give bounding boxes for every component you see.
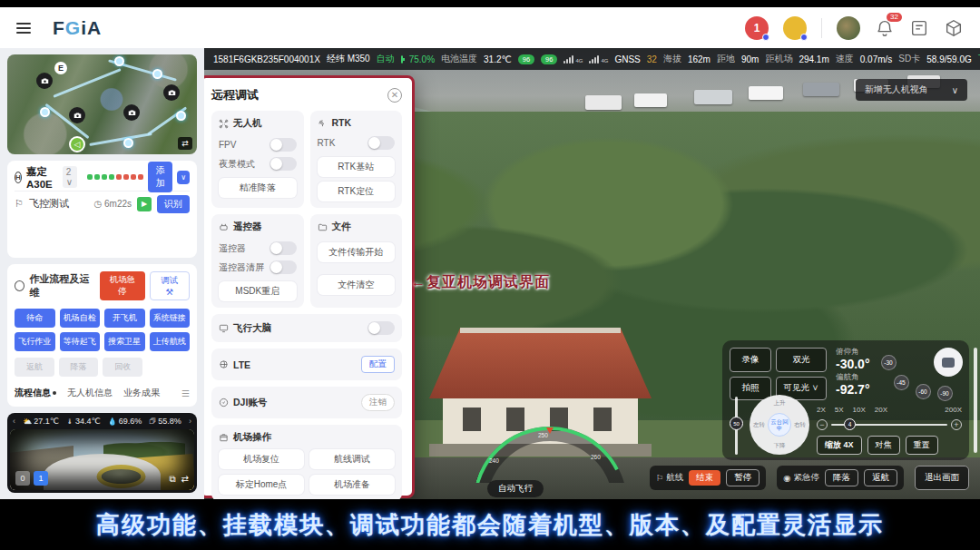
drone-video-feed[interactable]: 1581F6GKB235F004001X 经纬 M350 自动 75.0% 电池… (204, 48, 980, 499)
waypoint-dot[interactable] (123, 138, 133, 148)
swap-view-icon[interactable]: ⇄ (181, 474, 189, 485)
filter-icon[interactable]: ☰ (181, 388, 190, 398)
zoom-knob[interactable]: 4 (844, 418, 856, 430)
zoom-level-button[interactable]: 缩放 4X (817, 436, 862, 455)
alert-avatar[interactable]: 1 (745, 16, 769, 40)
rc-clear-screen-toggle[interactable] (270, 260, 297, 274)
throttle-slider[interactable]: 50 (730, 397, 742, 455)
preset-minus30[interactable]: -30 (881, 355, 897, 370)
msdk-restart-button[interactable]: MSDK重启 (219, 281, 297, 301)
flight-brain-toggle[interactable] (368, 321, 395, 335)
fpv-toggle[interactable] (270, 138, 297, 152)
bell-icon[interactable]: 32 (875, 18, 895, 38)
next-arrow-icon[interactable]: › (189, 417, 191, 426)
ascend-button[interactable]: 上升 (774, 399, 786, 408)
workflow-step-inactive: 返航 (15, 358, 54, 377)
add-dropdown-button[interactable]: ∨ (177, 171, 190, 184)
record-button[interactable]: 录像 (730, 348, 771, 372)
drone-section: 无人机 FPV 夜景模式 精准降落 (211, 111, 304, 208)
auto-flight-badge[interactable]: 自动飞行 (487, 480, 544, 497)
identify-button[interactable]: 识别 (157, 195, 190, 213)
dock-reset-button[interactable]: 机场复位 (219, 449, 304, 469)
preset-minus45[interactable]: -45 (894, 375, 909, 390)
dual-light-button[interactable]: 双光 (776, 348, 827, 372)
dock-building-icon (219, 433, 229, 443)
file-clear-button[interactable]: 文件清空 (318, 275, 396, 295)
document-icon[interactable] (909, 18, 929, 38)
file-transfer-start-button[interactable]: 文件传输开始 (318, 242, 396, 262)
add-button[interactable]: 添加 (148, 162, 172, 192)
dock-estop-button[interactable]: 机场急停 (100, 271, 145, 300)
zoom-slider[interactable]: 4 (831, 424, 947, 427)
gnss-count: 32 (647, 54, 657, 64)
flight-action-bar: ⚐航线 结束 暂停 ◉紧急停 降落 返航 退出画面 (650, 466, 969, 490)
lte-config-button[interactable]: 配置 (361, 356, 395, 373)
add-drone-view-dropdown[interactable]: 新增无人机视角∨ (856, 79, 967, 101)
waypoint-dot[interactable] (40, 107, 50, 117)
waypoint-dot[interactable] (176, 111, 186, 121)
tab-process-info[interactable]: 流程信息 (15, 387, 56, 399)
play-button[interactable]: ▶ (137, 197, 152, 211)
edge-scrollbar[interactable] (974, 348, 977, 453)
dji-account-section: DJI账号 注销 (211, 387, 402, 418)
rtk-toggle[interactable] (368, 136, 395, 150)
dock-signal-icon: 4G (589, 55, 608, 64)
zoom-out-button[interactable]: − (817, 419, 828, 430)
prev-arrow-icon[interactable]: ‹ (13, 417, 15, 426)
logout-button[interactable]: 注销 (361, 394, 395, 411)
night-mode-toggle[interactable] (270, 157, 297, 171)
compass-green-arc (473, 427, 627, 483)
start-point-marker[interactable]: ◁ (69, 136, 85, 152)
debug-button[interactable]: 调试 ⚒ (150, 271, 190, 300)
waypoint-dot[interactable] (152, 69, 162, 79)
camera-0-button[interactable]: 0 (15, 471, 30, 486)
rtk-base-button[interactable]: RTK基站 (318, 157, 396, 177)
waypoint-camera[interactable] (123, 104, 140, 121)
workflow-step-inactive: 回收 (103, 358, 142, 377)
reset-button[interactable]: 重置 (906, 436, 938, 455)
focus-button[interactable]: 对焦 (867, 436, 900, 455)
menu-icon[interactable] (16, 23, 31, 34)
zoom-in-button[interactable]: + (951, 419, 962, 430)
waypoint-dot[interactable] (114, 56, 124, 66)
route-debug-button[interactable]: 航线调试 (309, 449, 395, 469)
map-swap-icon[interactable]: ⇄ (178, 137, 192, 150)
camera-1-button[interactable]: 1 (34, 471, 48, 486)
device-count-dropdown[interactable]: 2 ∨ (63, 166, 78, 188)
gimbal-recenter-button[interactable]: 云台回中 (768, 413, 791, 437)
account-icon (219, 398, 229, 408)
exit-view-button[interactable]: 退出画面 (915, 466, 969, 490)
tab-drone-info[interactable]: 无人机信息 (67, 387, 113, 399)
dock-prepare-button[interactable]: 机场准备 (309, 475, 395, 495)
yaw-right-button[interactable]: 右转 (794, 421, 806, 429)
battery-percent: 75.0% (409, 54, 435, 64)
drone-sn: 1581F6GKB235F004001X (213, 54, 320, 64)
warning-avatar[interactable] (783, 16, 807, 40)
indoor-temp-icon: 🌡 (66, 417, 74, 426)
return-home-button[interactable]: 返航 (864, 469, 897, 486)
gimbal-angles: 俯仰角 -30.0° 偏航角 -92.7° (836, 348, 870, 400)
rc-toggle[interactable] (270, 241, 297, 255)
gimbal-orientation-button[interactable] (934, 348, 963, 377)
pip-icon[interactable]: ⧉ (169, 474, 175, 485)
user-avatar[interactable] (837, 16, 860, 40)
rtk-position-button[interactable]: RTK定位 (318, 182, 396, 201)
tab-business-result[interactable]: 业务成果 (123, 387, 160, 399)
waypoint-camera[interactable] (163, 84, 180, 101)
zoom-scale[interactable]: 2X 5X 10X 20X 200X (817, 406, 962, 414)
precise-landing-button[interactable]: 精准降落 (219, 178, 297, 198)
mission-map[interactable]: ◁ E ⇄ (7, 54, 197, 154)
waypoint-camera[interactable] (36, 73, 53, 89)
throttle-knob[interactable]: 50 (730, 417, 743, 430)
end-route-button[interactable]: 结束 (689, 470, 720, 486)
pause-route-button[interactable]: 暂停 (726, 469, 760, 486)
apps-cube-icon[interactable] (944, 18, 964, 38)
descend-button[interactable]: 下降 (774, 442, 786, 450)
yaw-left-button[interactable]: 左转 (753, 421, 765, 429)
dock-fisheye-video[interactable]: 0 1 ⧉ ⇄ (10, 429, 194, 490)
status-dots (87, 174, 143, 180)
close-icon[interactable]: ✕ (387, 88, 402, 103)
calibrate-home-button[interactable]: 标定Home点 (219, 475, 304, 495)
waypoint-camera[interactable] (69, 107, 85, 123)
land-button[interactable]: 降落 (825, 469, 858, 486)
